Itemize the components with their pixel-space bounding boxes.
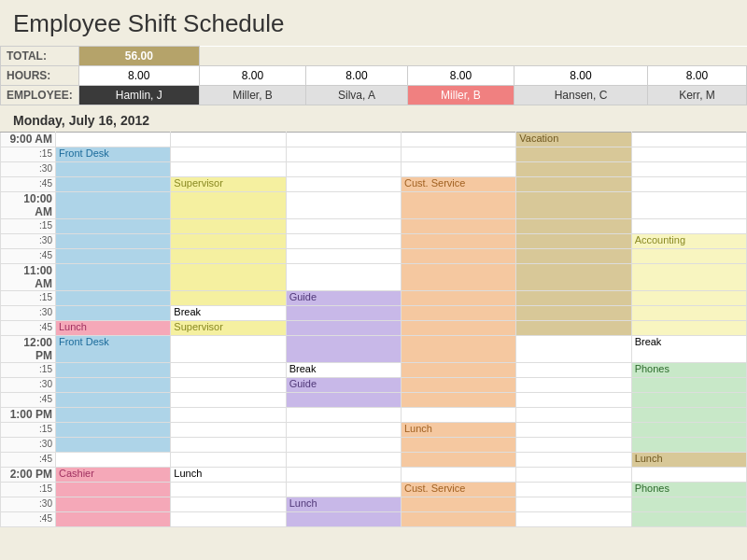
shift-cell xyxy=(286,133,401,147)
lunch-cell: Lunch xyxy=(55,321,170,336)
time-label: :30 xyxy=(39,163,52,174)
shift-cell xyxy=(516,393,631,408)
employee-label: EMPLOYEE: xyxy=(1,86,79,105)
table-row: :15 Break Phones xyxy=(1,363,747,378)
hours-silva: 8.00 xyxy=(306,66,408,86)
shift-cell xyxy=(516,408,631,423)
shift-cell xyxy=(286,249,401,264)
shift-cell xyxy=(401,336,515,363)
accounting-cell: Accounting xyxy=(631,234,746,249)
shift-cell xyxy=(171,438,286,453)
vacation-cell xyxy=(516,219,631,234)
hours-label: HOURS: xyxy=(1,66,79,86)
time-label: :15 xyxy=(39,292,52,302)
time-label: 1:00 PM xyxy=(10,408,52,421)
time-label: :45 xyxy=(39,394,52,404)
vacation-cell xyxy=(516,306,631,321)
shift-cell xyxy=(401,291,515,306)
supervisor-cell: Supervisor xyxy=(171,321,286,336)
time-label: :15 xyxy=(39,424,52,434)
shift-cell xyxy=(401,264,515,291)
total-value: 56.00 xyxy=(78,47,199,66)
shift-cell xyxy=(286,453,401,468)
shift-cell xyxy=(286,162,401,177)
shift-cell xyxy=(286,306,401,321)
shift-cell xyxy=(171,249,286,264)
time-label: :45 xyxy=(39,250,52,260)
shift-cell xyxy=(171,234,286,249)
shift-cell xyxy=(171,378,286,393)
time-label: 11:00 AM xyxy=(23,264,52,290)
time-label: :30 xyxy=(39,235,52,245)
shift-cell xyxy=(55,423,170,438)
break-phones-cell: Break xyxy=(631,336,746,363)
front-desk-cell: Front Desk xyxy=(55,336,170,363)
table-row: :30 Lunch xyxy=(1,497,747,512)
shift-cell xyxy=(55,249,170,264)
table-row: 12:00 PM Front Desk Break xyxy=(1,336,747,363)
shift-cell xyxy=(516,378,631,393)
shift-cell xyxy=(286,264,401,291)
shift-cell xyxy=(631,249,746,264)
vacation-cell xyxy=(516,177,631,192)
shift-cell xyxy=(55,162,170,177)
shift-cell xyxy=(286,468,401,483)
time-label: 2:00 PM xyxy=(10,468,52,481)
shift-cell xyxy=(55,378,170,393)
shift-cell xyxy=(516,512,631,527)
table-row: 1:00 PM xyxy=(1,408,747,423)
shift-cell xyxy=(55,177,170,192)
table-row: :30 Break xyxy=(1,306,747,321)
shift-cell xyxy=(286,438,401,453)
day-header: Monday, July 16, 2012 xyxy=(0,105,747,132)
shift-cell xyxy=(631,378,746,393)
shift-cell xyxy=(631,408,746,423)
table-row: :30 xyxy=(1,438,747,453)
shift-cell xyxy=(401,219,515,234)
hours-miller-b2: 8.00 xyxy=(407,66,514,86)
vacation-cell: Vacation xyxy=(516,133,631,147)
shift-cell xyxy=(171,363,286,378)
time-label: :45 xyxy=(39,513,52,524)
shift-cell xyxy=(171,291,286,306)
shift-cell xyxy=(631,423,746,438)
vacation-cell xyxy=(516,264,631,291)
shift-cell xyxy=(401,306,515,321)
shift-cell xyxy=(286,177,401,192)
table-row: :15 Guide xyxy=(1,291,747,306)
shift-cell xyxy=(401,438,515,453)
shift-cell xyxy=(631,438,746,453)
shift-cell xyxy=(286,234,401,249)
shift-cell xyxy=(401,512,515,527)
shift-cell xyxy=(286,192,401,219)
vacation-cell xyxy=(516,249,631,264)
table-row: :45 Lunch xyxy=(1,453,747,468)
shift-cell xyxy=(401,408,515,423)
guide-cell: Guide xyxy=(286,291,401,306)
hours-hansen: 8.00 xyxy=(514,66,648,86)
shift-cell xyxy=(631,321,746,336)
phones-cell: Phones xyxy=(631,363,746,378)
table-row: 2:00 PM Cashier Lunch xyxy=(1,468,747,483)
time-label: :30 xyxy=(39,439,52,449)
shift-cell xyxy=(55,133,170,147)
shift-cell xyxy=(286,423,401,438)
shift-cell xyxy=(401,234,515,249)
shift-cell xyxy=(171,162,286,177)
shift-cell xyxy=(401,468,515,483)
lunch-cell: Lunch xyxy=(401,423,515,438)
shift-cell xyxy=(516,453,631,468)
shift-cell xyxy=(171,408,286,423)
shift-cell xyxy=(631,147,746,162)
hours-miller-b: 8.00 xyxy=(199,66,305,86)
break-cell: Break xyxy=(171,306,286,321)
shift-cell xyxy=(55,393,170,408)
supervisor-cell: Supervisor xyxy=(171,177,286,192)
table-row: :45 Lunch Supervisor xyxy=(1,321,747,336)
table-row: :45 xyxy=(1,393,747,408)
shift-cell xyxy=(171,336,286,363)
total-label: TOTAL: xyxy=(1,47,79,66)
time-label: :45 xyxy=(39,178,52,189)
table-row: :45 Supervisor Cust. Service xyxy=(1,177,747,192)
time-label: :15 xyxy=(39,148,52,159)
